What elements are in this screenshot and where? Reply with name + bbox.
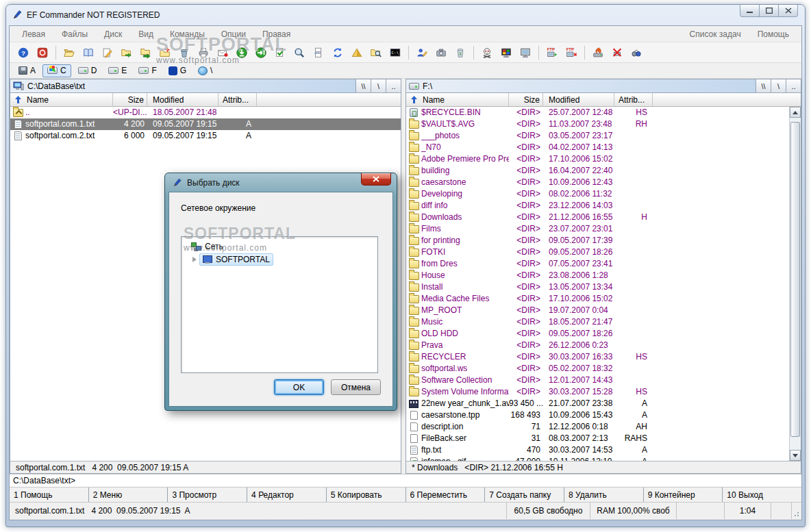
file-row[interactable]: from Dres <DIR> 07.05.2007 23:41 [406,258,801,270]
sort-icon[interactable] [10,93,25,106]
path-button[interactable]: \\ [355,79,371,92]
file-row[interactable]: Install <DIR> 13.05.2007 13:34 [406,281,801,293]
menu-item[interactable]: Диск [96,27,130,41]
move-icon[interactable] [136,45,155,61]
scroll-up-button[interactable] [790,107,801,118]
file-row[interactable]: softportal.ws <DIR> 05.02.2007 18:32 [406,363,801,375]
file-row[interactable]: Adobe Premiere Pro Pre... <DIR> 17.10.20… [406,153,801,165]
file-row[interactable]: $VAULT$.AVG <DIR> 11.03.2007 23:48 RH [406,118,801,130]
search-icon[interactable] [290,45,309,61]
path-button[interactable]: .. [386,79,401,92]
verify-archive-icon[interactable] [271,45,290,61]
file-row[interactable]: infoman...gif 47 000 10.11.2006 12:10 A [406,456,801,461]
file-row[interactable]: softportal.com.1.txt 4 200 09.05.2007 19… [10,118,401,130]
menu-item[interactable]: Команды [162,27,213,41]
expander-icon[interactable] [192,257,197,262]
drive-button[interactable]: A [14,64,40,77]
sort-icon[interactable] [406,93,421,106]
function-key-button[interactable]: 4 Редактор [247,487,327,502]
copy-icon[interactable] [117,45,136,61]
title-bar[interactable]: EF Commander NOT REGISTERED [6,5,805,25]
path-button[interactable]: .. [786,79,801,92]
file-row[interactable]: for printing <DIR> 09.05.2007 17:39 [406,235,801,246]
function-key-button[interactable]: 8 Удалить [564,487,644,502]
right-path-bar[interactable]: F:\ \\\.. [406,79,801,93]
file-row[interactable]: ftp.txt 470 30.03.2007 14:53 A [406,444,801,456]
burn-cd-icon[interactable] [588,45,608,61]
menu-item[interactable]: Вид [130,27,162,41]
column-attrib[interactable]: Attrib... [614,93,653,106]
drive-button[interactable]: \ [193,64,217,77]
vertical-scrollbar[interactable] [789,107,801,461]
refresh-icon[interactable] [328,45,347,61]
open-folder-icon[interactable] [60,45,79,61]
column-size[interactable]: Size [509,93,543,106]
tree-item-computer[interactable]: SOFTPORTAL [182,253,377,266]
file-row[interactable]: 22new year_chunk_1.avi 93 450 ... 21.07.… [406,398,801,409]
display-colors-icon[interactable] [497,45,516,61]
menu-item[interactable]: Правая [254,27,299,41]
command-prompt-icon[interactable]: C:\ [386,45,405,61]
user-edit-icon[interactable] [412,45,432,61]
path-button[interactable]: \ [771,79,786,92]
dialog-title-bar[interactable]: Выбрать диск [165,173,397,192]
file-row[interactable]: softportal.com.2.txt 6 000 09.05.2007 19… [10,130,401,142]
function-key-button[interactable]: 10 Выход [723,487,801,502]
ftp-disconnect-icon[interactable]: FTP [562,45,581,61]
unpack-icon[interactable] [251,45,271,61]
ok-button[interactable]: OK [274,379,324,395]
file-row[interactable]: Developing <DIR> 08.02.2006 11:32 [406,188,801,200]
menu-item[interactable]: Опции [213,27,254,41]
file-row[interactable]: RECYCLER <DIR> 30.03.2007 16:33 HS [406,351,801,363]
mail-icon[interactable] [213,45,232,61]
disconnect-drive-icon[interactable] [608,45,627,61]
column-name[interactable]: Name [421,93,509,106]
split-file-icon[interactable] [309,45,328,61]
file-row[interactable]: Downloads <DIR> 21.12.2006 16:55 H [406,212,801,223]
column-modified[interactable]: Modified [147,93,219,106]
snapshot-icon[interactable] [432,45,451,61]
file-row[interactable]: building <DIR> 16.04.2007 22:40 [406,165,801,177]
file-row[interactable]: $RECYCLE.BIN <DIR> 25.07.2007 12:48 HS [406,107,801,118]
file-row[interactable]: FileBack.ser 31 08.03.2007 2:13 RAHS [406,433,801,444]
dialog-close-button[interactable] [361,173,391,186]
function-key-button[interactable]: 2 Меню [89,487,169,502]
file-row[interactable]: MP_ROOT <DIR> 19.07.2007 0:04 [406,305,801,316]
close-button[interactable] [778,5,798,17]
drive-button[interactable]: D [73,64,102,77]
print-icon[interactable] [194,45,213,61]
file-row[interactable]: diff info <DIR> 23.12.2006 14:03 [406,200,801,212]
function-key-button[interactable]: 3 Просмотр [168,487,247,502]
file-row[interactable]: ___photos <DIR> 03.05.2007 23:17 [406,130,801,142]
file-row[interactable]: Software Collection <DIR> 12.01.2007 14:… [406,375,801,386]
ftp-connect-icon[interactable]: FTP [542,45,562,61]
resize-grip[interactable] [792,503,801,519]
function-key-button[interactable]: 1 Помощь [10,487,89,502]
exit-icon[interactable] [33,45,52,61]
drive-button[interactable]: F [134,64,161,77]
path-button[interactable]: \ [371,79,386,92]
function-key-button[interactable]: 9 Контейнер [644,487,723,502]
file-row[interactable]: FOTKI <DIR> 09.05.2007 18:26 [406,246,801,258]
menu-item[interactable]: Список задач [682,27,749,41]
file-row[interactable]: Prava <DIR> 26.12.2006 0:23 [406,340,801,351]
help-icon[interactable]: ? [14,45,33,61]
selected-tree-node[interactable]: SOFTPORTAL [199,253,273,266]
file-row[interactable]: .. <UP-DI... 18.05.2007 21:48 [10,107,401,118]
new-folder-icon[interactable] [155,45,175,61]
file-row[interactable]: caesarstone <DIR> 10.09.2006 12:43 [406,177,801,188]
left-path-bar[interactable]: C:\DataBase\txt \\\.. [10,79,401,93]
delete-icon[interactable] [175,45,194,61]
drive-button[interactable]: G [164,64,191,77]
file-row[interactable]: House <DIR> 23.08.2006 1:28 [406,270,801,281]
tree-item-network[interactable]: Сеть [182,240,377,253]
maximize-button[interactable] [759,5,779,17]
file-row[interactable]: System Volume Informati... <DIR> 30.03.2… [406,386,801,398]
function-key-button[interactable]: 5 Копировать [327,487,406,502]
column-modified[interactable]: Modified [543,93,614,106]
viewer-icon[interactable] [79,45,98,61]
recycle-bin-icon[interactable] [451,45,470,61]
monitor-icon[interactable] [516,45,535,61]
function-key-button[interactable]: 7 Создать папку [485,487,564,502]
menu-item[interactable]: Помощь [749,27,797,41]
